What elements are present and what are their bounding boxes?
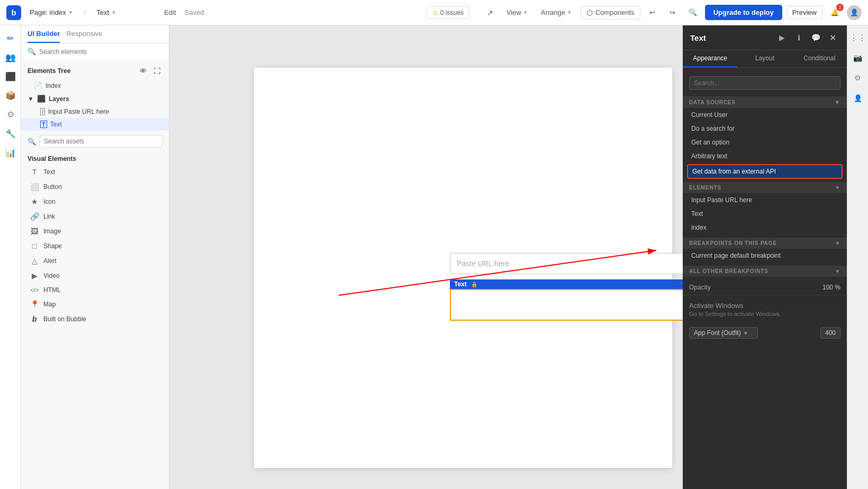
preview-button[interactable]: Preview bbox=[786, 6, 822, 19]
tree-item-index-label: Index bbox=[46, 82, 61, 89]
data-sources-header[interactable]: DATA SOURCES ▼ bbox=[683, 96, 847, 108]
element-chevron-icon: ▼ bbox=[111, 10, 116, 15]
tab-layout[interactable]: Layout bbox=[737, 50, 792, 67]
nav-layers-icon[interactable]: ⬛ bbox=[2, 68, 19, 85]
far-right-settings-icon[interactable]: ⚙ bbox=[850, 70, 866, 86]
element-icon[interactable]: ★ Icon bbox=[21, 194, 169, 209]
elements-section-label: ELEMENTS bbox=[689, 185, 721, 191]
undo-icon[interactable]: ↩ bbox=[645, 5, 661, 21]
tree-item-index[interactable]: 📄 Index bbox=[21, 79, 169, 92]
breakpoints-section: BREAKPOINTS ON THIS PAGE ▼ Current page … bbox=[683, 238, 847, 262]
left-panel-tabs: UI Builder Responsive bbox=[21, 25, 169, 43]
far-right-dots-icon[interactable]: ⋮⋮ bbox=[850, 30, 866, 46]
elements-tree-label: Elements Tree 👁 ⛶ bbox=[21, 60, 169, 79]
font-weight-selector[interactable]: 400 bbox=[820, 327, 840, 339]
logo[interactable]: b bbox=[6, 5, 21, 20]
panel-actions: ▶ ℹ 💬 ✕ bbox=[775, 31, 839, 44]
all-breakpoints-header[interactable]: ALL OTHER BREAKPOINTS ▼ bbox=[683, 266, 847, 277]
element-video[interactable]: ▶ Video bbox=[21, 268, 169, 283]
element-image[interactable]: 🖼 Image bbox=[21, 224, 169, 239]
nav-stats-icon[interactable]: 📊 bbox=[2, 144, 19, 161]
cursor-tool-icon[interactable]: ↗ bbox=[482, 5, 498, 21]
panel-play-icon[interactable]: ▶ bbox=[775, 31, 789, 44]
image-element-icon: 🖼 bbox=[30, 227, 39, 236]
elements-tree-actions: 👁 ⛶ bbox=[137, 65, 162, 77]
panel-comment-icon[interactable]: 💬 bbox=[809, 31, 822, 44]
topbar: b Page: index ▼ / Text ▼ Edit Saved ⚠ 0 … bbox=[0, 0, 868, 25]
data-sources-section: DATA SOURCES ▼ Current User Do a search … bbox=[683, 96, 847, 179]
text-element-box[interactable] bbox=[450, 289, 683, 321]
dropdown-item-external-api[interactable]: Get data from an external API bbox=[687, 164, 843, 179]
page-label: Page: index bbox=[30, 8, 66, 16]
element-link-label: Link bbox=[43, 213, 55, 220]
far-right-camera-icon[interactable]: 📷 bbox=[850, 50, 866, 66]
panel-search-input[interactable] bbox=[689, 76, 840, 90]
nav-tools-icon[interactable]: 🔧 bbox=[2, 125, 19, 142]
panel-info-icon[interactable]: ℹ bbox=[792, 31, 806, 44]
upgrade-button[interactable]: Upgrade to deploy bbox=[705, 5, 782, 20]
alert-element-icon: △ bbox=[30, 257, 39, 265]
dropdown-item-current-user[interactable]: Current User bbox=[683, 108, 847, 122]
search-icon[interactable]: 🔍 bbox=[685, 5, 701, 21]
view-button[interactable]: View ▼ bbox=[502, 6, 532, 19]
panel-close-button[interactable]: ✕ bbox=[826, 31, 839, 44]
text-element-wrapper[interactable]: Text 🔒 bbox=[450, 279, 683, 321]
tab-conditional[interactable]: Conditional bbox=[792, 50, 847, 67]
element-button[interactable]: ⬜ Button bbox=[21, 179, 169, 194]
element-text[interactable]: T Text bbox=[21, 165, 169, 179]
expand-icon[interactable]: ⛶ bbox=[151, 65, 162, 77]
search-assets-input[interactable] bbox=[39, 135, 162, 148]
element-map[interactable]: 📍 Map bbox=[21, 297, 169, 312]
avatar[interactable]: 👤 bbox=[847, 5, 862, 20]
input-element[interactable]: Paste URL here bbox=[450, 253, 683, 274]
element-html[interactable]: </> HTML bbox=[21, 283, 169, 297]
nav-data-icon[interactable]: 📦 bbox=[2, 87, 19, 104]
breakpoints-chevron-icon: ▼ bbox=[835, 240, 840, 246]
issues-button[interactable]: ⚠ 0 issues bbox=[427, 6, 469, 19]
arrange-button[interactable]: Arrange ▼ bbox=[537, 6, 576, 19]
nav-users-icon[interactable]: 👥 bbox=[2, 49, 19, 66]
redo-icon[interactable]: ↪ bbox=[665, 5, 681, 21]
dropdown-item-option[interactable]: Get an option bbox=[683, 135, 847, 149]
element-shape[interactable]: □ Shape bbox=[21, 239, 169, 253]
tab-ui-builder[interactable]: UI Builder bbox=[28, 30, 60, 43]
panel-tabs: Appearance Layout Conditional bbox=[683, 50, 847, 68]
dropdown-item-search[interactable]: Do a search for bbox=[683, 122, 847, 135]
breakpoints-label: BREAKPOINTS ON THIS PAGE bbox=[689, 240, 777, 246]
layers-chevron-icon: ▼ bbox=[28, 95, 34, 103]
visibility-icon[interactable]: 👁 bbox=[137, 65, 149, 77]
dropdown-item-text[interactable]: Text bbox=[683, 207, 847, 221]
dropdown-item-arbitrary[interactable]: Arbitrary text bbox=[683, 149, 847, 163]
components-button[interactable]: ⬡ Components bbox=[581, 6, 640, 20]
tree-folder-layers[interactable]: ▼ ⬛ Layers bbox=[21, 92, 169, 105]
notification-button[interactable]: 🔔 1 bbox=[827, 5, 843, 21]
dropdown-item-input-url[interactable]: Input Paste URL here bbox=[683, 193, 847, 207]
far-right-avatar-icon[interactable]: 👤 bbox=[850, 90, 866, 106]
element-bubble[interactable]: b Built on Bubble bbox=[21, 312, 169, 327]
elements-section-header[interactable]: ELEMENTS ▼ bbox=[683, 182, 847, 193]
element-link[interactable]: 🔗 Link bbox=[21, 209, 169, 224]
search-elements-row: 🔍 bbox=[21, 43, 169, 60]
layers-folder-icon: ⬛ bbox=[37, 95, 46, 103]
element-alert[interactable]: △ Alert bbox=[21, 253, 169, 268]
dropdown-item-default-breakpoint[interactable]: Current page default breakpoint bbox=[683, 249, 847, 262]
element-selector[interactable]: Text ▼ bbox=[92, 6, 156, 19]
tree-item-input[interactable]: I Input Paste URL here bbox=[21, 105, 169, 118]
nav-edit-icon[interactable]: ✏ bbox=[2, 30, 19, 47]
all-breakpoints-chevron-icon: ▼ bbox=[835, 268, 840, 274]
nav-settings-icon[interactable]: ⚙ bbox=[2, 106, 19, 123]
tab-responsive[interactable]: Responsive bbox=[66, 30, 102, 43]
breakpoints-header[interactable]: BREAKPOINTS ON THIS PAGE ▼ bbox=[683, 238, 847, 249]
search-elements-input[interactable] bbox=[39, 48, 162, 56]
button-element-icon: ⬜ bbox=[30, 183, 39, 191]
font-chevron-icon: ▼ bbox=[743, 330, 748, 336]
tree-item-text[interactable]: T Text bbox=[21, 118, 169, 131]
visual-elements-label: Visual Elements bbox=[21, 152, 169, 165]
page-selector[interactable]: Page: index ▼ bbox=[25, 6, 78, 19]
layers-folder-label: Layers bbox=[49, 95, 69, 103]
font-selector[interactable]: App Font (Outfit) ▼ bbox=[689, 327, 758, 339]
edit-button[interactable]: Edit bbox=[160, 6, 180, 19]
dropdown-item-index[interactable]: index bbox=[683, 221, 847, 234]
canvas[interactable]: Paste URL here Text 🔒 bbox=[169, 25, 683, 489]
tab-appearance[interactable]: Appearance bbox=[683, 50, 737, 67]
